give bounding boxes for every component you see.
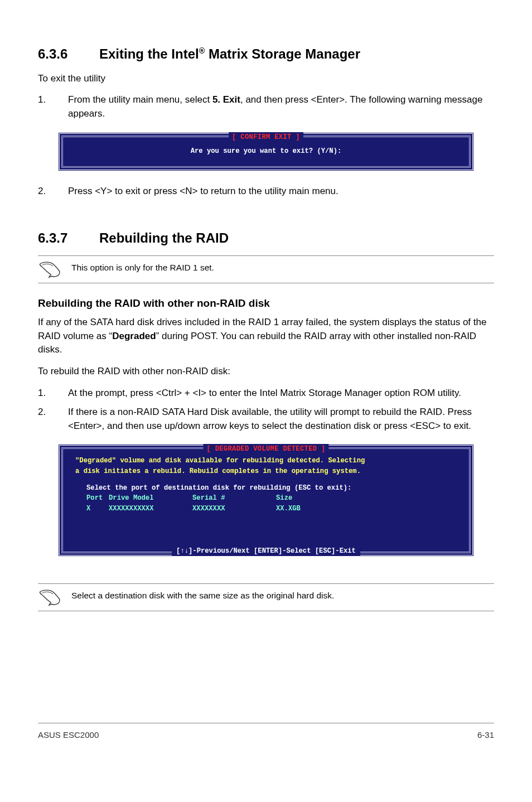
step-content: At the prompt, press <Ctrl> + <I> to ent… [68, 386, 494, 400]
section-637-title: 6.3.7 Rebuilding the RAID [38, 229, 494, 248]
para-637-1: If any of the SATA hard disk drives incl… [38, 316, 494, 357]
terminal-line: "Degraded" volume and disk available for… [75, 456, 457, 466]
note-icon [38, 588, 62, 607]
terminal-legend: [ CONFIRM EXIT ] [229, 132, 303, 142]
note-text: This option is only for the RAID 1 set. [71, 259, 214, 274]
section-636-heading: Exiting the Intel® Matrix Storage Manage… [99, 45, 360, 64]
degraded-volume-terminal: [ DEGRADED VOLUME DETECTED ] "Degraded" … [58, 444, 474, 556]
terminal-data-row: XXXXXXXXXXXXXXXXXXXXXX.XGB [75, 504, 457, 514]
section-637-number: 6.3.7 [38, 229, 99, 248]
page-footer: ASUS ESC2000 6-31 [38, 723, 494, 741]
step-number: 2. [38, 185, 68, 199]
list-item: 2. Press <Y> to exit or press <N> to ret… [38, 185, 494, 199]
section-636-steps: 1. From the utility main menu, select 5.… [38, 93, 494, 120]
terminal-footer: [↑↓]-Previous/Next [ENTER]-Select [ESC]-… [172, 546, 360, 556]
section-636-title: 6.3.6 Exiting the Intel® Matrix Storage … [38, 45, 494, 64]
subheading-637: Rebuilding the RAID with other non-RAID … [38, 296, 494, 311]
val-size: XX.XGB [276, 504, 301, 514]
note-block-2: Select a destination disk with the same … [38, 583, 494, 611]
note-block-1: This option is only for the RAID 1 set. [38, 255, 494, 283]
section-637-heading: Rebuilding the RAID [99, 229, 229, 248]
terminal-line: Select the port of destination disk for … [75, 483, 457, 493]
footer-right: 6-31 [477, 729, 494, 741]
col-serial: Serial # [192, 493, 276, 503]
step-number: 1. [38, 386, 68, 400]
bold-text: 5. Exit [212, 94, 240, 105]
section-636-steps-2: 2. Press <Y> to exit or press <N> to ret… [38, 185, 494, 199]
footer-left: ASUS ESC2000 [38, 729, 99, 741]
step-content: If there is a non-RAID SATA Hard Disk av… [68, 405, 494, 433]
bold-text: Degraded [112, 331, 156, 341]
val-drive: XXXXXXXXXXX [109, 504, 192, 514]
val-port: X [86, 504, 109, 514]
terminal-line: a disk initiates a rebuild. Rebuild comp… [75, 466, 457, 476]
step-content: Press <Y> to exit or press <N> to return… [68, 185, 494, 199]
step-content: From the utility main menu, select 5. Ex… [68, 93, 494, 120]
text: From the utility main menu, select [68, 94, 212, 105]
note-text: Select a destination disk with the same … [71, 587, 334, 602]
col-drive: Drive Model [109, 493, 192, 503]
list-item: 1. At the prompt, press <Ctrl> + <I> to … [38, 386, 494, 400]
step-number: 2. [38, 405, 68, 433]
val-serial: XXXXXXXX [192, 504, 276, 514]
section-637-steps: 1. At the prompt, press <Ctrl> + <I> to … [38, 386, 494, 433]
para-637-2: To rebuild the RAID with other non-RAID … [38, 365, 494, 379]
terminal-line: Are you sure you want to exit? (Y/N): [74, 146, 458, 156]
note-icon [38, 260, 62, 279]
section-636-title-sup: ® [199, 46, 205, 55]
section-636-title-pre: Exiting the Intel [99, 46, 199, 61]
section-636-title-post: Matrix Storage Manager [205, 46, 360, 61]
section-636-number: 6.3.6 [38, 45, 99, 64]
step-number: 1. [38, 93, 68, 120]
list-item: 2. If there is a non-RAID SATA Hard Disk… [38, 405, 494, 433]
terminal-legend: [ DEGRADED VOLUME DETECTED ] [203, 444, 328, 454]
col-port: Port [86, 493, 109, 503]
section-636-intro: To exit the utility [38, 72, 494, 86]
list-item: 1. From the utility main menu, select 5.… [38, 93, 494, 120]
col-size: Size [276, 493, 292, 503]
terminal-header-row: PortDrive ModelSerial #Size [75, 493, 457, 503]
confirm-exit-terminal: [ CONFIRM EXIT ] Are you sure you want t… [58, 132, 474, 171]
